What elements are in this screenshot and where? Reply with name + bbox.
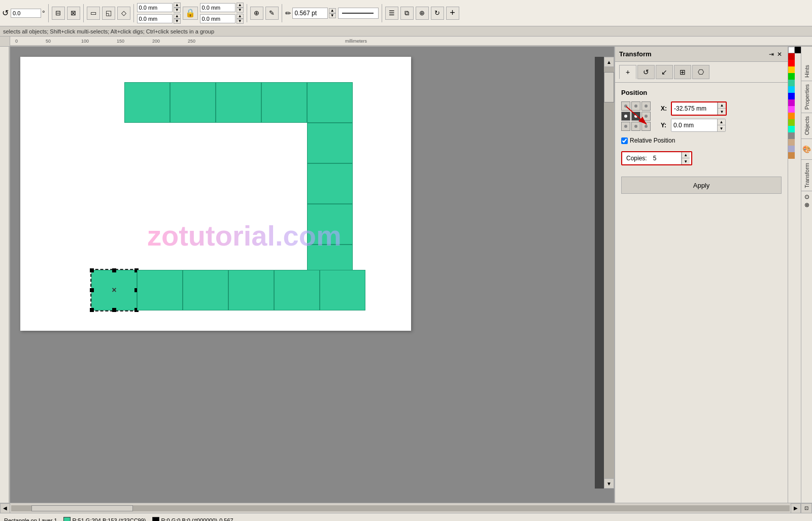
x-pos-down1[interactable]: ▼ (174, 8, 181, 13)
x-pos-input1[interactable]: 0.0 mm (137, 3, 173, 12)
target-btn[interactable]: ⊕ (250, 7, 263, 20)
handle-tc[interactable] (112, 268, 116, 272)
handle-tl[interactable] (90, 268, 94, 272)
corner-btn[interactable]: ◱ (102, 7, 115, 20)
x-up-btn[interactable]: ▲ (718, 102, 726, 109)
flip-h-btn[interactable]: ⊟ (52, 7, 65, 20)
rotation-input[interactable]: 0.0 (11, 9, 41, 18)
tile-top-5[interactable] (307, 82, 353, 123)
align-btn[interactable]: ☰ (385, 7, 398, 20)
y-down-btn[interactable]: ▼ (717, 125, 725, 131)
hints-label[interactable]: Hints (804, 62, 810, 81)
h-pos-input[interactable]: 0.0 mm (200, 14, 235, 23)
y-pos-down1[interactable]: ▼ (174, 19, 181, 24)
x-down-btn[interactable]: ▼ (718, 109, 726, 115)
anchor-tc[interactable] (631, 101, 640, 111)
zoom-fit-btn[interactable]: ⊡ (801, 503, 812, 513)
transform-label[interactable]: Transform (804, 160, 810, 191)
diamond-btn[interactable]: ◇ (117, 7, 130, 20)
canvas-area[interactable]: × zotutorial.com ▲ (10, 47, 614, 503)
tile-top-6[interactable] (307, 123, 353, 163)
color-teal-light[interactable] (788, 126, 795, 132)
vscroll-down-btn[interactable]: ▼ (604, 478, 614, 489)
tab-skew[interactable]: ↙ (656, 65, 673, 79)
node-btn[interactable]: ✎ (265, 7, 279, 20)
copies-input[interactable]: 5 (651, 152, 682, 164)
tab-matrix[interactable]: ⎔ (692, 65, 709, 79)
w-down-btn[interactable]: ▼ (236, 8, 244, 13)
vscroll-track[interactable] (604, 67, 614, 478)
tab-move[interactable]: + (619, 65, 636, 79)
color-pink[interactable] (788, 106, 795, 113)
handle-ml[interactable] (90, 288, 94, 292)
tile-bottom-6[interactable] (320, 270, 365, 310)
vscroll-thumb[interactable] (604, 72, 614, 102)
apply-button[interactable]: Apply (621, 177, 782, 194)
tile-bottom-3[interactable] (183, 270, 228, 310)
properties-label[interactable]: Properties (804, 81, 810, 113)
tile-bottom-1[interactable]: × (91, 270, 137, 310)
relative-position-label[interactable]: Relative Position (630, 137, 675, 144)
stroke-down-btn[interactable]: ▼ (329, 13, 336, 18)
transform-close-btn[interactable]: ✕ (775, 51, 784, 58)
color-red-dark[interactable] (788, 53, 795, 60)
color-blue[interactable] (788, 93, 795, 99)
color-red[interactable] (788, 60, 795, 66)
y-coord-input[interactable]: 0.0 mm (671, 119, 717, 131)
add-btn[interactable]: + (446, 7, 459, 20)
stroke-up-btn[interactable]: ▲ (329, 8, 336, 13)
color-magenta[interactable] (788, 99, 795, 106)
anchor-br[interactable] (641, 122, 651, 131)
copies-down-btn[interactable]: ▼ (682, 158, 690, 164)
objects-label[interactable]: Objects (804, 113, 810, 138)
x-coord-input[interactable]: -32.575 mm (672, 102, 718, 115)
layer-btn[interactable]: ⧉ (400, 7, 414, 20)
y-pos-up1[interactable]: ▲ (174, 14, 181, 19)
tile-top-3[interactable] (216, 82, 261, 123)
w-pos-input[interactable]: 0.0 mm (200, 3, 235, 12)
tile-top-1[interactable] (124, 82, 170, 123)
w-up-btn[interactable]: ▲ (236, 3, 244, 8)
color-orange[interactable] (788, 113, 795, 119)
color-green[interactable] (788, 73, 795, 80)
anchor-bl[interactable] (621, 122, 630, 131)
anchor-tr[interactable] (641, 101, 651, 111)
stroke-width-input[interactable]: 0.567 pt (292, 8, 328, 19)
anchor-ml[interactable] (621, 112, 630, 121)
tab-rotate[interactable]: ↺ (637, 65, 655, 79)
y-pos-input1[interactable]: 0.0 mm (137, 14, 173, 23)
scroll-right-btn[interactable]: ▶ (791, 503, 801, 513)
scroll-thumb[interactable] (31, 505, 133, 511)
scroll-track[interactable] (11, 505, 790, 511)
color-lime[interactable] (788, 119, 795, 126)
copies-up-btn[interactable]: ▲ (682, 152, 690, 158)
rect-btn[interactable]: ▭ (87, 7, 100, 20)
bottom-scrollbar[interactable]: ◀ ▶ ⊡ (0, 503, 812, 513)
color-white[interactable] (788, 47, 795, 53)
y-up-btn[interactable]: ▲ (717, 119, 725, 125)
tile-bottom-2[interactable] (137, 270, 183, 310)
anchor-bc[interactable] (631, 122, 640, 131)
h-up-btn[interactable]: ▲ (236, 14, 244, 19)
x-pos-up1[interactable]: ▲ (174, 3, 181, 8)
lock-btn[interactable]: 🔒 (183, 7, 198, 20)
tile-bottom-5[interactable] (274, 270, 320, 310)
transform-expand-btn[interactable]: ⇥ (767, 51, 775, 58)
tile-top-2[interactable] (170, 82, 216, 123)
color-cyan[interactable] (788, 86, 795, 93)
anchor-tl[interactable] (621, 101, 630, 111)
tab-scale[interactable]: ⊞ (674, 65, 691, 79)
scroll-left-btn[interactable]: ◀ (0, 503, 10, 513)
refresh-btn[interactable]: ↻ (431, 7, 444, 20)
color-lavender[interactable] (788, 146, 795, 152)
tile-top-7[interactable] (307, 163, 353, 204)
handle-bc[interactable] (112, 308, 116, 312)
tile-bottom-4[interactable] (228, 270, 274, 310)
color-tan[interactable] (788, 139, 795, 146)
line-style-input[interactable] (338, 8, 379, 19)
color-yellow[interactable] (788, 66, 795, 73)
color-black[interactable] (795, 47, 801, 53)
color-gray[interactable] (788, 132, 795, 139)
vertical-scrollbar[interactable]: ▲ ▼ (604, 57, 614, 489)
vscroll-up-btn[interactable]: ▲ (604, 57, 614, 67)
